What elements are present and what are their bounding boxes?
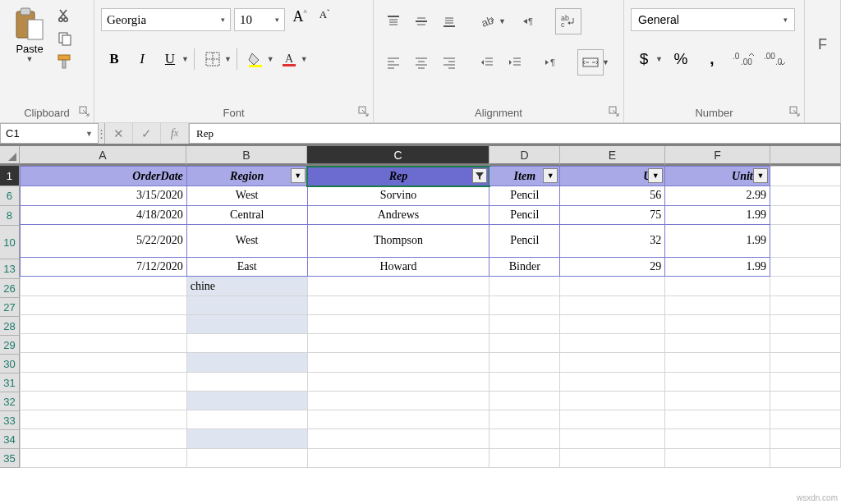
chevron-down-icon[interactable]: ▼: [301, 55, 308, 63]
cell[interactable]: [560, 448, 665, 467]
cell[interactable]: [20, 353, 186, 372]
cell[interactable]: [560, 334, 665, 353]
cell[interactable]: [489, 410, 560, 429]
filter-dropdown-icon[interactable]: ▼: [291, 168, 306, 183]
insert-function-button[interactable]: fx: [161, 123, 189, 144]
font-dialog-launcher[interactable]: [358, 106, 370, 117]
column-header-B[interactable]: B: [186, 146, 307, 166]
column-header-E[interactable]: E: [560, 146, 665, 166]
cell[interactable]: [770, 277, 841, 296]
cell[interactable]: [20, 429, 186, 448]
cell[interactable]: [489, 314, 560, 333]
number-dialog-launcher[interactable]: [789, 106, 801, 117]
cell[interactable]: [186, 410, 307, 429]
cell[interactable]: 32: [560, 224, 665, 257]
row-header[interactable]: 31: [0, 373, 20, 392]
header-cell[interactable]: Item▼: [489, 167, 560, 186]
cell[interactable]: [186, 353, 307, 372]
format-painter-button[interactable]: [56, 53, 74, 71]
cell[interactable]: 29: [560, 258, 665, 277]
cell[interactable]: [560, 296, 665, 314]
cell[interactable]: [186, 334, 307, 353]
cell[interactable]: 75: [560, 205, 665, 224]
cell[interactable]: [770, 372, 841, 391]
cell[interactable]: Central: [186, 205, 307, 224]
cell[interactable]: 1.99: [665, 224, 770, 257]
increase-indent-button[interactable]: [502, 49, 528, 76]
cell[interactable]: [20, 334, 186, 353]
formula-bar-gripper[interactable]: ⋮: [99, 123, 105, 144]
name-box[interactable]: C1 ▼: [0, 123, 99, 144]
cell[interactable]: [489, 353, 560, 372]
cell[interactable]: Pencil: [489, 205, 560, 224]
cell[interactable]: [770, 334, 841, 353]
row-header[interactable]: 28: [0, 317, 20, 336]
cell[interactable]: Pencil: [489, 224, 560, 257]
row-header[interactable]: 10: [0, 226, 20, 259]
rtl-button[interactable]: ¶: [517, 8, 544, 34]
cell[interactable]: 5/22/2020: [20, 224, 186, 257]
copy-button[interactable]: [56, 30, 74, 48]
cell[interactable]: [489, 448, 560, 467]
wrap-text-button[interactable]: abc: [555, 8, 581, 34]
cell[interactable]: [770, 391, 841, 410]
column-header-D[interactable]: D: [489, 146, 560, 166]
row-header[interactable]: 1: [0, 166, 20, 186]
cell[interactable]: Thompson: [307, 224, 489, 257]
cell[interactable]: [186, 448, 307, 467]
cell[interactable]: 1.99: [665, 258, 770, 277]
increase-decimal-button[interactable]: .0.00: [730, 46, 756, 72]
chevron-down-icon[interactable]: ▼: [224, 55, 232, 63]
filter-dropdown-icon[interactable]: ▼: [753, 168, 768, 183]
filter-dropdown-icon[interactable]: ▼: [648, 168, 663, 183]
paste-button[interactable]: Paste ▼: [7, 7, 53, 63]
cell[interactable]: [560, 429, 665, 448]
cell[interactable]: 2.99: [665, 186, 770, 205]
cell[interactable]: [20, 410, 186, 429]
cell[interactable]: [489, 277, 560, 296]
fill-color-button[interactable]: [242, 46, 269, 72]
cell[interactable]: 7/12/2020: [20, 258, 186, 277]
chevron-down-icon[interactable]: ▼: [267, 55, 274, 63]
cell[interactable]: [307, 353, 489, 372]
cell[interactable]: [770, 448, 841, 467]
cell[interactable]: [560, 277, 665, 296]
percent-format-button[interactable]: %: [668, 46, 694, 72]
row-header[interactable]: 6: [0, 186, 20, 206]
cancel-formula-button[interactable]: ✕: [105, 123, 133, 144]
cell[interactable]: Sorvino: [307, 186, 489, 205]
cell[interactable]: [560, 372, 665, 391]
chevron-down-icon[interactable]: ▼: [499, 17, 506, 25]
cell[interactable]: Pencil: [489, 186, 560, 205]
cell[interactable]: [770, 314, 841, 333]
select-all-button[interactable]: [0, 146, 20, 166]
cell[interactable]: [186, 314, 307, 333]
borders-button[interactable]: [200, 46, 226, 72]
cell[interactable]: [307, 372, 489, 391]
header-cell[interactable]: Uni▼: [560, 167, 665, 186]
cell[interactable]: [665, 410, 770, 429]
cell[interactable]: [665, 391, 770, 410]
cell[interactable]: [489, 429, 560, 448]
align-bottom-button[interactable]: [436, 8, 462, 34]
row-header[interactable]: 33: [0, 411, 20, 430]
merge-center-button[interactable]: [577, 49, 604, 76]
cell[interactable]: 3/15/2020: [20, 186, 186, 205]
chevron-down-icon[interactable]: ▼: [602, 58, 609, 66]
bold-button[interactable]: B: [101, 46, 127, 72]
row-header[interactable]: 27: [0, 298, 20, 317]
cell[interactable]: Andrews: [307, 205, 489, 224]
cell[interactable]: [665, 334, 770, 353]
cell[interactable]: [665, 372, 770, 391]
cell[interactable]: West: [186, 186, 307, 205]
cell[interactable]: [489, 372, 560, 391]
cell[interactable]: [307, 296, 489, 314]
cell[interactable]: 56: [560, 186, 665, 205]
cell[interactable]: [770, 410, 841, 429]
accounting-format-button[interactable]: $: [631, 46, 657, 72]
row-header[interactable]: 29: [0, 336, 20, 355]
cell[interactable]: [665, 277, 770, 296]
cell[interactable]: 4/18/2020: [20, 205, 186, 224]
cell[interactable]: 1.99: [665, 205, 770, 224]
cell[interactable]: [770, 429, 841, 448]
